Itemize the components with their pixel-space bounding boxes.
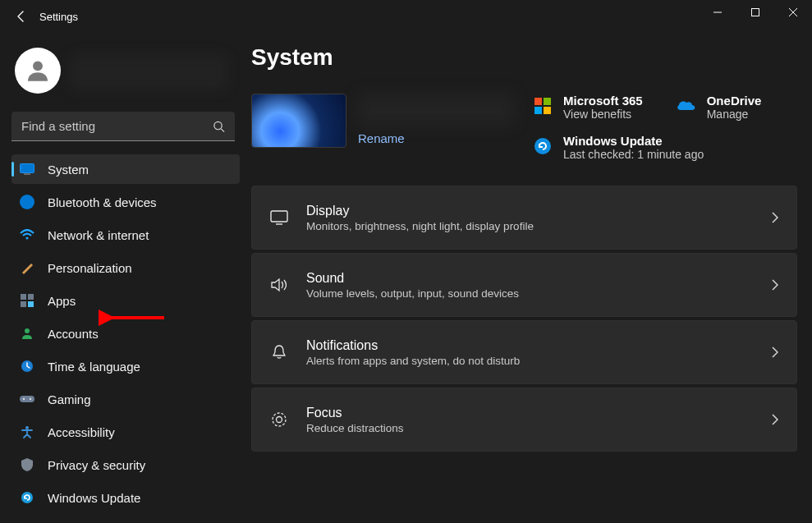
apps-icon <box>20 293 34 308</box>
device-card: Rename <box>251 94 514 148</box>
update-icon <box>20 490 34 505</box>
sidebar-item-label: Time & language <box>48 360 140 374</box>
window-title: Settings <box>39 11 78 23</box>
card-title: Notifications <box>306 338 754 353</box>
clock-icon <box>20 359 34 374</box>
svg-point-7 <box>25 236 28 239</box>
onedrive-icon <box>676 95 697 117</box>
tile-sub: View benefits <box>563 108 643 121</box>
svg-rect-8 <box>21 294 26 300</box>
svg-point-17 <box>25 426 29 429</box>
focus-icon <box>270 411 288 429</box>
bell-icon <box>270 343 288 361</box>
nav-list: System Bluetooth & devices Network & int… <box>11 154 240 512</box>
chevron-right-icon <box>772 212 778 223</box>
card-sub: Monitors, brightness, night light, displ… <box>306 220 754 232</box>
sidebar-item-time[interactable]: Time & language <box>11 351 240 381</box>
sidebar-item-label: Accessibility <box>48 425 115 439</box>
maximize-button[interactable] <box>736 0 774 25</box>
card-focus[interactable]: Focus Reduce distractions <box>251 388 797 452</box>
page-title: System <box>251 44 797 71</box>
ms365-icon <box>532 95 553 117</box>
sidebar-item-gaming[interactable]: Gaming <box>11 384 240 414</box>
device-name-redacted <box>358 94 514 126</box>
sidebar-item-label: Apps <box>48 294 76 308</box>
sidebar-item-system[interactable]: System <box>11 154 240 184</box>
headband: Rename Microsoft 365 View benefits <box>251 94 797 161</box>
minimize-button[interactable] <box>699 0 736 25</box>
sidebar-item-bluetooth[interactable]: Bluetooth & devices <box>11 187 240 217</box>
sidebar-item-personalization[interactable]: Personalization <box>11 253 240 282</box>
gamepad-icon <box>20 392 34 406</box>
svg-rect-10 <box>21 301 26 307</box>
svg-rect-14 <box>20 396 34 402</box>
svg-point-16 <box>30 398 31 400</box>
sidebar-item-label: Privacy & security <box>48 458 145 472</box>
svg-rect-21 <box>534 107 542 114</box>
sidebar-item-apps[interactable]: Apps <box>11 286 240 315</box>
sidebar-item-accessibility[interactable]: Accessibility <box>11 417 240 447</box>
tile-ms365[interactable]: Microsoft 365 View benefits <box>532 94 643 121</box>
rename-link[interactable]: Rename <box>358 131 514 145</box>
svg-point-2 <box>33 61 43 71</box>
tile-sub: Manage <box>707 108 762 121</box>
card-title: Focus <box>306 406 754 420</box>
sidebar-item-update[interactable]: Windows Update <box>11 483 240 512</box>
sidebar-item-label: Windows Update <box>48 491 140 505</box>
svg-point-18 <box>21 492 33 503</box>
card-notifications[interactable]: Notifications Alerts from apps and syste… <box>251 320 797 384</box>
sidebar-item-label: Gaming <box>48 392 91 406</box>
sidebar-item-label: Personalization <box>48 261 132 275</box>
chevron-right-icon <box>772 414 778 425</box>
sidebar: System Bluetooth & devices Network & int… <box>0 33 246 523</box>
sidebar-item-privacy[interactable]: Privacy & security <box>11 450 240 479</box>
person-icon <box>20 326 34 341</box>
svg-rect-20 <box>544 98 551 105</box>
svg-rect-1 <box>752 9 759 16</box>
update-icon <box>532 135 553 157</box>
svg-rect-24 <box>271 211 287 222</box>
card-display[interactable]: Display Monitors, brightness, night ligh… <box>251 186 797 250</box>
svg-point-27 <box>277 417 282 423</box>
chevron-right-icon <box>772 346 778 358</box>
card-title: Sound <box>306 271 754 286</box>
svg-point-26 <box>273 413 286 426</box>
card-sub: Alerts from apps and system, do not dist… <box>306 355 754 367</box>
window-controls <box>699 0 812 25</box>
card-sub: Reduce distractions <box>306 422 754 434</box>
sidebar-item-label: Bluetooth & devices <box>48 195 157 209</box>
sidebar-item-network[interactable]: Network & internet <box>11 220 240 250</box>
card-sub: Volume levels, output, input, sound devi… <box>306 287 754 300</box>
profile-name-redacted <box>71 55 227 89</box>
back-button[interactable] <box>13 8 30 25</box>
shield-icon <box>20 457 34 472</box>
tile-windows-update[interactable]: Windows Update Last checked: 1 minute ag… <box>532 134 704 161</box>
svg-rect-11 <box>28 301 34 307</box>
chevron-right-icon <box>772 279 778 291</box>
paintbrush-icon <box>20 260 34 275</box>
svg-point-3 <box>214 122 222 129</box>
card-title: Display <box>306 204 754 218</box>
titlebar: Settings <box>0 0 812 33</box>
sound-icon <box>270 276 288 294</box>
tile-onedrive[interactable]: OneDrive Manage <box>676 94 762 121</box>
sidebar-item-label: Network & internet <box>48 228 149 242</box>
svg-rect-6 <box>24 174 30 175</box>
sidebar-item-accounts[interactable]: Accounts <box>11 319 240 348</box>
close-button[interactable] <box>774 0 812 25</box>
svg-rect-22 <box>544 107 551 114</box>
svg-rect-19 <box>534 98 542 105</box>
svg-point-12 <box>25 328 30 333</box>
monitor-icon <box>20 162 34 177</box>
avatar <box>15 48 61 94</box>
search-wrap <box>11 112 235 141</box>
bluetooth-icon <box>20 195 34 209</box>
svg-point-15 <box>23 398 25 400</box>
profile-block[interactable] <box>11 41 240 112</box>
search-icon <box>213 121 225 133</box>
accessibility-icon <box>20 424 34 439</box>
settings-cards: Display Monitors, brightness, night ligh… <box>251 186 797 452</box>
card-sound[interactable]: Sound Volume levels, output, input, soun… <box>251 253 797 317</box>
svg-rect-9 <box>28 294 34 300</box>
search-input[interactable] <box>11 112 235 141</box>
